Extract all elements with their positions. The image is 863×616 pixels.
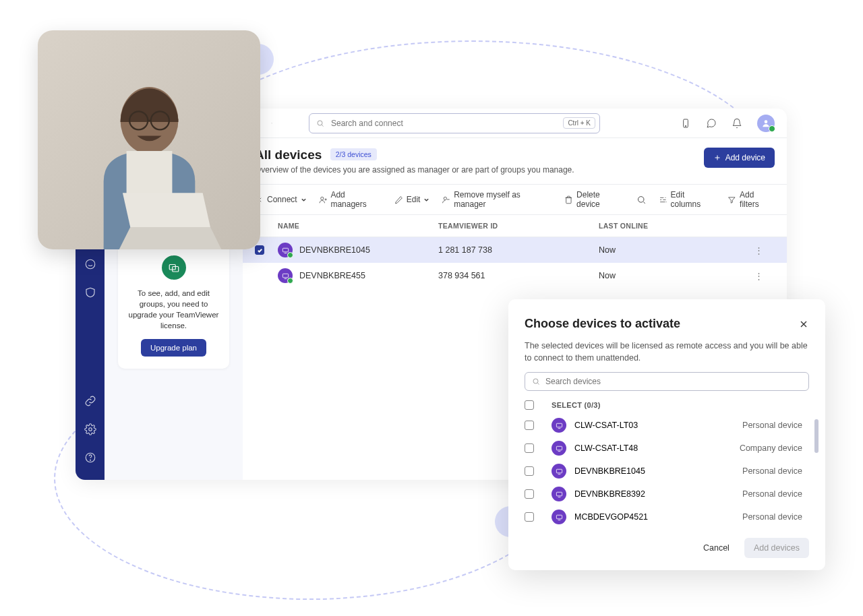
device-icon	[278, 243, 293, 257]
device-icon	[552, 441, 566, 456]
users-icon	[319, 195, 328, 204]
svg-rect-23	[556, 446, 562, 450]
scrollbar-thumb[interactable]	[814, 419, 819, 453]
modal-device-name: CLW-CSAT-LT03	[574, 421, 638, 430]
modal-device-type: Company device	[740, 443, 802, 453]
chevron-down-icon	[423, 197, 429, 203]
toolbar: Connect Add managers Edit Remove myself …	[243, 184, 787, 215]
remove-self-action[interactable]: Remove myself as manager	[442, 190, 552, 209]
modal-device-name: MCBDEVGOP4521	[574, 512, 648, 522]
modal-row-checkbox[interactable]	[525, 489, 534, 499]
table-header: NAME TEAMVIEWER ID LAST ONLINE	[243, 215, 787, 237]
search-icon	[316, 119, 324, 127]
column-tvid: TEAMVIEWER ID	[438, 222, 599, 230]
upgrade-text: To see, add, and edit groups, you need t…	[127, 288, 220, 331]
modal-row-checkbox[interactable]	[525, 421, 534, 430]
table-row[interactable]: DEVNBKBRE1045 1 281 187 738 Now ⋮	[243, 237, 787, 263]
modal-search-input[interactable]	[545, 377, 802, 386]
add-devices-button[interactable]: Add devices	[744, 538, 809, 558]
user-minus-icon	[442, 195, 450, 204]
svg-rect-20	[282, 274, 288, 278]
toolbar-search-icon[interactable]	[636, 195, 647, 205]
modal-device-type: Personal device	[742, 489, 802, 499]
edit-columns-action[interactable]: Edit columns	[659, 190, 716, 209]
column-lastonline: LAST ONLINE	[599, 222, 754, 230]
svg-rect-24	[556, 469, 562, 473]
modal-row-checkbox[interactable]	[525, 443, 534, 453]
device-icon	[552, 487, 566, 501]
svg-point-16	[320, 197, 323, 199]
device-count-badge: 2/3 devices	[330, 148, 377, 160]
modal-device-name: CLW-CSAT-LT48	[574, 443, 638, 453]
search-bar[interactable]: Ctrl + K	[309, 113, 600, 133]
cancel-button[interactable]: Cancel	[696, 538, 736, 558]
upgrade-button[interactable]: Upgrade plan	[141, 339, 206, 357]
avatar[interactable]	[757, 115, 775, 132]
table-row[interactable]: DEVNBKBRE455 378 934 561 Now ⋮	[243, 263, 787, 288]
device-icon	[278, 268, 293, 283]
modal-device-type: Personal device	[742, 466, 802, 476]
bell-icon[interactable]	[732, 118, 742, 129]
modal-device-name: DEVNBKBRE1045	[574, 466, 645, 476]
modal-device-type: Personal device	[742, 421, 802, 430]
keyboard-shortcut: Ctrl + K	[563, 117, 595, 129]
upgrade-card: To see, add, and edit groups, you need t…	[118, 243, 229, 369]
svg-point-7	[88, 428, 92, 431]
groups-icon	[162, 255, 186, 280]
svg-point-6	[86, 259, 95, 269]
svg-rect-25	[556, 492, 562, 496]
modal-title: Choose devices to activate	[525, 317, 680, 331]
svg-point-18	[638, 196, 645, 202]
svg-point-15	[765, 120, 768, 123]
page-subtitle: Overview of the devices you are assigned…	[255, 165, 574, 175]
close-icon[interactable]	[798, 319, 809, 330]
device-icon	[552, 510, 566, 524]
chat-icon[interactable]	[706, 118, 717, 129]
pencil-icon	[394, 195, 403, 204]
modal-device-row[interactable]: CLW-CSAT-LT48 Company device	[525, 441, 802, 456]
svg-point-21	[533, 379, 538, 383]
svg-point-17	[444, 197, 447, 199]
trash-icon	[564, 195, 573, 204]
row-checkbox[interactable]	[255, 245, 264, 255]
modal-device-row[interactable]: DEVNBKBRE1045 Personal device	[525, 464, 802, 479]
filter-icon	[727, 195, 736, 204]
modal-row-checkbox[interactable]	[525, 512, 534, 522]
edit-action[interactable]: Edit	[394, 195, 430, 204]
search-icon	[532, 377, 540, 386]
add-device-button[interactable]: Add device	[704, 148, 775, 168]
chevron-down-icon	[301, 197, 307, 203]
modal-row-checkbox[interactable]	[525, 466, 534, 476]
help-icon[interactable]	[84, 452, 96, 464]
search-input[interactable]	[331, 119, 556, 128]
gear-icon[interactable]	[84, 423, 96, 435]
svg-point-12	[318, 121, 322, 125]
modal-select-header: SELECT (0/3)	[525, 400, 802, 410]
modal-device-row[interactable]: MCBDEVGOP4521 Personal device	[525, 510, 802, 524]
modal-device-name: DEVNBKBRE8392	[574, 489, 645, 499]
device-header-icon[interactable]	[680, 118, 691, 129]
shield-icon[interactable]	[84, 286, 96, 299]
nav-forward-icon[interactable]	[268, 120, 275, 127]
add-managers-action[interactable]: Add managers	[319, 190, 382, 209]
more-icon[interactable]: ⋮	[754, 245, 775, 255]
device-icon	[552, 418, 566, 433]
modal-device-row[interactable]: CLW-CSAT-LT03 Personal device	[525, 418, 802, 433]
delete-action[interactable]: Delete device	[564, 190, 624, 209]
sliders-icon	[659, 195, 667, 204]
more-icon[interactable]: ⋮	[754, 271, 775, 281]
row-checkbox[interactable]	[255, 271, 264, 280]
svg-rect-26	[556, 515, 562, 519]
header-bar: Ctrl + K	[243, 109, 787, 138]
connect-action[interactable]: Connect	[255, 195, 307, 204]
add-filters-action[interactable]: Add filters	[727, 190, 775, 209]
modal-device-row[interactable]: DEVNBKBRE8392 Personal device	[525, 487, 802, 501]
select-all-checkbox[interactable]	[525, 400, 534, 410]
link-icon[interactable]	[84, 395, 96, 407]
support-icon[interactable]	[84, 258, 96, 270]
modal-search[interactable]	[525, 372, 809, 391]
page-title: All devices	[255, 148, 322, 162]
modal-device-type: Personal device	[742, 512, 802, 522]
device-icon	[552, 464, 566, 479]
hero-photo	[38, 30, 260, 249]
